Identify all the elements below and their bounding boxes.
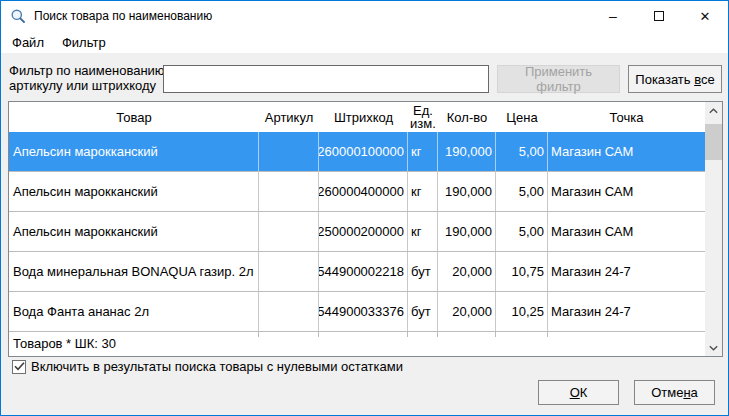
- cell-barcode: 544900033376: [319, 292, 408, 331]
- show-all-label: Показать все: [635, 72, 714, 87]
- cell-qty: 20,000: [438, 292, 496, 331]
- column-divider-tick: [318, 332, 319, 337]
- magnifier-icon: [10, 8, 26, 24]
- ok-button[interactable]: ОК: [538, 380, 619, 405]
- close-icon: ✕: [700, 10, 711, 23]
- cell-point: Магазин 24-7: [548, 252, 705, 291]
- chevron-down-icon: [709, 345, 718, 351]
- table-row[interactable]: Апельсин марокканский 260000400000 кг 19…: [9, 172, 705, 212]
- cell-artikul: [259, 172, 319, 211]
- cell-price: 5,00: [496, 172, 548, 211]
- cell-artikul: [259, 252, 319, 291]
- cell-qty: 190,000: [438, 132, 496, 171]
- cell-product: Вода минеральная BONAQUA газир. 2л: [9, 252, 259, 291]
- table-row[interactable]: Апельсин марокканский 250000200000 кг 19…: [9, 212, 705, 252]
- cell-point: Магазин 24-7: [548, 292, 705, 331]
- filter-label: Фильтр по наименованию, артикулу или штр…: [9, 63, 168, 93]
- apply-filter-label: Применить фильтр: [504, 64, 613, 94]
- col-header-barcode: Штрихкод: [319, 102, 408, 132]
- cell-unit: бут: [408, 292, 438, 331]
- menu-filter[interactable]: Фильтр: [53, 31, 115, 53]
- cell-artikul: [259, 212, 319, 251]
- minimize-button[interactable]: –: [590, 1, 636, 31]
- maximize-icon: [654, 11, 664, 21]
- cell-unit: кг: [408, 132, 438, 171]
- scroll-down-button[interactable]: [705, 339, 722, 356]
- close-button[interactable]: ✕: [682, 1, 728, 31]
- cell-barcode: 250000200000: [319, 212, 408, 251]
- menubar: Файл Фильтр: [1, 31, 728, 53]
- main-panel: Фильтр по наименованию, артикулу или штр…: [1, 53, 728, 415]
- items-count-text: Товаров * ШК: 30: [13, 336, 116, 351]
- column-divider-tick: [407, 332, 408, 337]
- col-header-price: Цена: [496, 102, 548, 132]
- cell-barcode: 260000400000: [319, 172, 408, 211]
- chevron-up-icon: [709, 108, 718, 114]
- product-table: Товар Артикул Штрихкод Ед.изм. Кол-во Це…: [8, 101, 723, 357]
- cell-barcode: 544900002218: [319, 252, 408, 291]
- cell-unit: кг: [408, 212, 438, 251]
- table-row[interactable]: Апельсин марокканский 260000100000 кг 19…: [9, 132, 705, 172]
- titlebar: Поиск товара по наименованию – ✕: [1, 1, 728, 31]
- table-content: Товар Артикул Штрихкод Ед.изм. Кол-во Це…: [9, 102, 705, 356]
- scrollbar-thumb[interactable]: [705, 124, 722, 160]
- cell-product: Апельсин марокканский: [9, 172, 259, 211]
- cell-point: Магазин САМ: [548, 172, 705, 211]
- cell-qty: 190,000: [438, 212, 496, 251]
- table-footer: Товаров * ШК: 30: [9, 332, 705, 355]
- filter-input[interactable]: [163, 65, 489, 93]
- cell-artikul: [259, 132, 319, 171]
- column-divider-tick: [258, 332, 259, 337]
- vertical-scrollbar[interactable]: [705, 102, 722, 356]
- check-icon: [14, 362, 25, 371]
- caption-buttons: – ✕: [590, 1, 728, 31]
- scroll-up-button[interactable]: [705, 102, 722, 119]
- cell-price: 10,75: [496, 252, 548, 291]
- table-row[interactable]: Вода Фанта ананас 2л 544900033376 бут 20…: [9, 292, 705, 332]
- table-header: Товар Артикул Штрихкод Ед.изм. Кол-во Це…: [9, 102, 705, 132]
- column-divider-tick: [495, 332, 496, 337]
- cell-unit: бут: [408, 252, 438, 291]
- zero-stock-checkbox-label[interactable]: Включить в результаты поиска товары с ну…: [31, 359, 403, 374]
- cell-artikul: [259, 292, 319, 331]
- column-divider-tick: [437, 332, 438, 337]
- filter-label-line1: Фильтр по наименованию,: [9, 63, 168, 78]
- cell-qty: 190,000: [438, 172, 496, 211]
- col-header-product: Товар: [9, 102, 259, 132]
- cancel-label: Отмена: [651, 385, 698, 400]
- cell-price: 5,00: [496, 132, 548, 171]
- show-all-button[interactable]: Показать все: [628, 65, 722, 93]
- minimize-icon: –: [609, 9, 617, 23]
- cell-product: Вода Фанта ананас 2л: [9, 292, 259, 331]
- cell-product: Апельсин марокканский: [9, 132, 259, 171]
- col-header-point: Точка: [548, 102, 705, 132]
- col-header-qty: Кол-во: [438, 102, 496, 132]
- cell-point: Магазин САМ: [548, 212, 705, 251]
- cell-price: 5,00: [496, 212, 548, 251]
- cell-barcode: 260000100000: [319, 132, 408, 171]
- filter-label-line2: артикулу или штрихкоду: [9, 78, 168, 93]
- cell-unit: кг: [408, 172, 438, 211]
- maximize-button[interactable]: [636, 1, 682, 31]
- window-title: Поиск товара по наименованию: [34, 9, 212, 23]
- apply-filter-button[interactable]: Применить фильтр: [497, 65, 620, 93]
- col-header-unit: Ед.изм.: [408, 102, 438, 132]
- column-divider-tick: [547, 332, 548, 337]
- zero-stock-checkbox[interactable]: [12, 360, 26, 374]
- table-row[interactable]: Вода минеральная BONAQUA газир. 2л 54490…: [9, 252, 705, 292]
- cancel-button[interactable]: Отмена: [634, 380, 715, 405]
- ok-label: ОК: [570, 385, 588, 400]
- search-product-window: Поиск товара по наименованию – ✕ Файл Фи…: [0, 0, 729, 416]
- cell-price: 10,25: [496, 292, 548, 331]
- menu-file[interactable]: Файл: [3, 31, 53, 53]
- col-header-artikul: Артикул: [259, 102, 319, 132]
- cell-point: Магазин САМ: [548, 132, 705, 171]
- cell-product: Апельсин марокканский: [9, 212, 259, 251]
- cell-qty: 20,000: [438, 252, 496, 291]
- zero-stock-checkbox-row: Включить в результаты поиска товары с ну…: [12, 359, 403, 374]
